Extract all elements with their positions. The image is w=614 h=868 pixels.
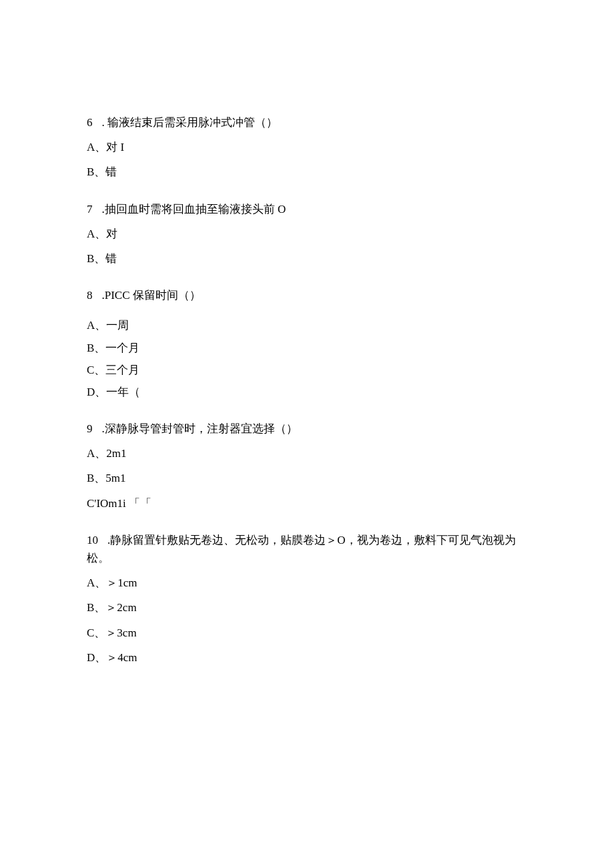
question-text: 8.PICC 保留时间（） <box>87 286 527 304</box>
question-number: 6 <box>87 116 93 129</box>
question-number: 10 <box>87 534 98 546</box>
question-text: 10.静脉留置针敷贴无卷边、无松动，贴膜卷边＞O，视为卷边，敷料下可见气泡视为松… <box>87 531 527 567</box>
question-stem: . 输液结束后需采用脉冲式冲管（） <box>102 116 278 129</box>
question-number: 9 <box>87 422 93 435</box>
question-10: 10.静脉留置针敷贴无卷边、无松动，贴膜卷边＞O，视为卷边，敷料下可见气泡视为松… <box>87 531 527 667</box>
option-a: A、一周 <box>87 316 527 334</box>
option-c: C、＞3cm <box>87 624 527 642</box>
question-number: 8 <box>87 289 93 302</box>
option-d: D、一年（ <box>87 383 527 401</box>
question-6: 6. 输液结束后需采用脉冲式冲管（） A、对 I B、错 <box>87 113 527 181</box>
option-c: C、三个月 <box>87 361 527 379</box>
option-d: D、＞4cm <box>87 648 527 667</box>
question-text: 6. 输液结束后需采用脉冲式冲管（） <box>87 113 527 131</box>
question-9: 9.深静脉导管封管时，注射器宜选择（） A、2m1 B、5m1 C'IOm1i … <box>87 420 527 512</box>
option-b: B、一个月 <box>87 339 527 357</box>
question-stem: .静脉留置针敷贴无卷边、无松动，贴膜卷边＞O，视为卷边，敷料下可见气泡视为松。 <box>87 534 516 564</box>
question-number: 7 <box>87 203 93 215</box>
option-a: A、2m1 <box>87 444 527 462</box>
question-stem: .PICC 保留时间（） <box>102 289 201 302</box>
option-b: B、＞2cm <box>87 598 527 616</box>
option-a: A、对 <box>87 225 527 243</box>
question-stem: .深静脉导管封管时，注射器宜选择（） <box>102 422 298 435</box>
option-c: C'IOm1i 「「 <box>87 494 527 512</box>
question-8: 8.PICC 保留时间（） A、一周 B、一个月 C、三个月 D、一年（ <box>87 286 527 401</box>
option-b: B、错 <box>87 163 527 181</box>
option-a: A、对 I <box>87 138 527 156</box>
option-b: B、5m1 <box>87 469 527 487</box>
option-b: B、错 <box>87 250 527 268</box>
question-stem: .抽回血时需将回血抽至输液接头前 O <box>102 203 286 215</box>
question-7: 7.抽回血时需将回血抽至输液接头前 O A、对 B、错 <box>87 200 527 268</box>
option-a: A、＞1cm <box>87 574 527 592</box>
question-text: 9.深静脉导管封管时，注射器宜选择（） <box>87 420 527 438</box>
question-text: 7.抽回血时需将回血抽至输液接头前 O <box>87 200 527 218</box>
